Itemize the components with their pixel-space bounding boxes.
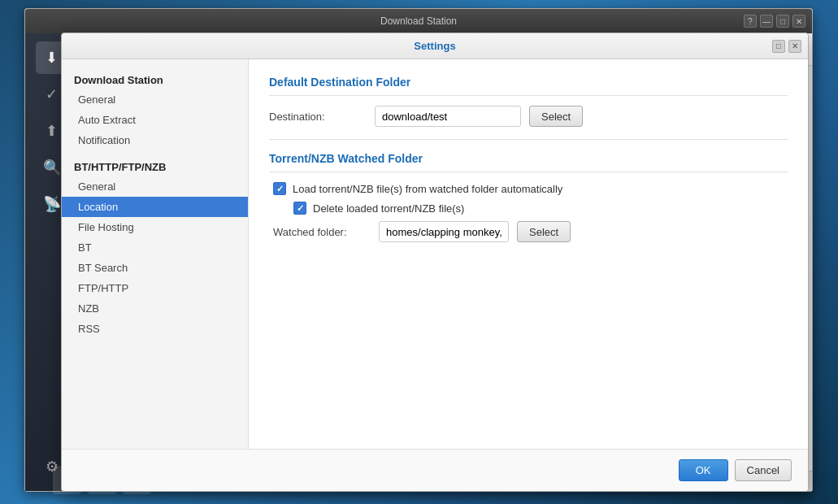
maximize-button[interactable]: □ bbox=[776, 15, 789, 28]
sidebar-item-nzb[interactable]: NZB bbox=[62, 298, 248, 319]
dialog-body: Download Station General Auto Extract No… bbox=[62, 59, 808, 449]
section2-title: Torrent/NZB Watched Folder bbox=[269, 152, 788, 172]
sidebar-item-notification[interactable]: Notification bbox=[62, 130, 248, 150]
dialog-controls: □ ✕ bbox=[772, 40, 801, 53]
sidebar-item-location[interactable]: Location bbox=[62, 197, 248, 217]
sidebar-item-general-1[interactable]: General bbox=[62, 89, 248, 110]
checkbox2[interactable]: ✓ bbox=[293, 202, 306, 215]
close-button[interactable]: ✕ bbox=[792, 15, 805, 28]
destination-label: Destination: bbox=[269, 111, 367, 123]
sidebar-item-bt-search[interactable]: BT Search bbox=[62, 258, 248, 278]
checkbox1-label: Load torrent/NZB file(s) from watched fo… bbox=[293, 183, 562, 195]
cancel-button[interactable]: Cancel bbox=[735, 459, 792, 481]
dialog-sidebar: Download Station General Auto Extract No… bbox=[62, 59, 249, 449]
checkmark1: ✓ bbox=[276, 184, 284, 194]
settings-dialog: Settings □ ✕ Download Station General Au… bbox=[61, 33, 809, 492]
minimize-button[interactable]: — bbox=[760, 15, 773, 28]
dialog-close-button[interactable]: ✕ bbox=[788, 40, 801, 53]
sidebar-section1-title: Download Station bbox=[62, 67, 248, 89]
app-title: Download Station bbox=[380, 15, 457, 27]
section-divider-1 bbox=[269, 139, 788, 140]
sidebar-section2-title: BT/HTTP/FTP/NZB bbox=[62, 154, 248, 176]
dialog-footer: OK Cancel bbox=[62, 449, 808, 491]
dialog-restore-button[interactable]: □ bbox=[772, 40, 785, 53]
sidebar-item-file-hosting[interactable]: File Hosting bbox=[62, 217, 248, 237]
watched-folder-select-button[interactable]: Select bbox=[517, 221, 571, 242]
watched-folder-input[interactable] bbox=[379, 221, 509, 242]
watched-folder-row: Watched folder: Select bbox=[269, 221, 788, 242]
checkbox1[interactable]: ✓ bbox=[273, 182, 286, 195]
checkbox2-row: ✓ Delete loaded torrent/NZB file(s) bbox=[269, 202, 788, 215]
sidebar-item-bt[interactable]: BT bbox=[62, 237, 248, 258]
sidebar-item-auto-extract[interactable]: Auto Extract bbox=[62, 110, 248, 130]
ok-button[interactable]: OK bbox=[679, 459, 728, 481]
section1-title: Default Destination Folder bbox=[269, 76, 788, 96]
dialog-titlebar: Settings □ ✕ bbox=[62, 33, 808, 59]
checkbox1-row: ✓ Load torrent/NZB file(s) from watched … bbox=[269, 182, 788, 195]
dialog-content: Default Destination Folder Destination: … bbox=[249, 59, 808, 449]
destination-row: Destination: Select bbox=[269, 106, 788, 127]
app-titlebar-controls: ? — □ ✕ bbox=[744, 15, 805, 28]
checkbox2-label: Delete loaded torrent/NZB file(s) bbox=[313, 202, 464, 215]
destination-input[interactable] bbox=[375, 106, 521, 127]
sidebar-item-rss[interactable]: RSS bbox=[62, 319, 248, 339]
app-titlebar: Download Station ? — □ ✕ bbox=[25, 9, 812, 33]
sidebar-item-general-2[interactable]: General bbox=[62, 176, 248, 197]
help-button[interactable]: ? bbox=[744, 15, 757, 28]
dialog-title: Settings bbox=[414, 40, 455, 52]
destination-select-button[interactable]: Select bbox=[529, 106, 583, 127]
watched-folder-label: Watched folder: bbox=[273, 226, 371, 238]
checkmark2: ✓ bbox=[297, 203, 304, 214]
sidebar-item-ftp-http[interactable]: FTP/HTTP bbox=[62, 278, 248, 298]
